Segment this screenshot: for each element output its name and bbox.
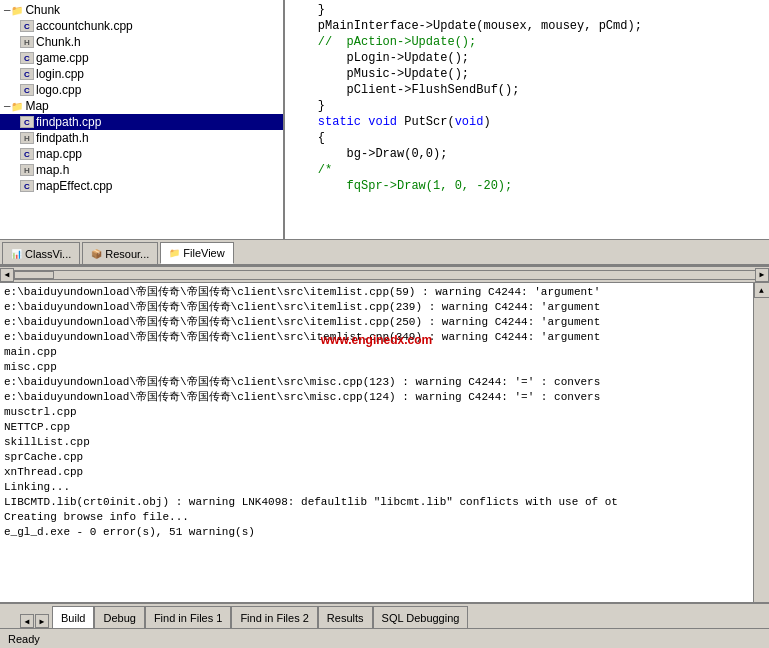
tabs-bar: 📊ClassVi...📦Resour...📁FileView (0, 240, 769, 266)
output-line: e:\baiduyundownload\帝国传奇\帝国传奇\client\src… (4, 390, 749, 405)
output-panel: e:\baiduyundownload\帝国传奇\帝国传奇\client\src… (0, 282, 753, 602)
tree-item-findpath-h[interactable]: H findpath.h (0, 130, 283, 146)
code-line: } (289, 2, 765, 18)
code-line: } (289, 98, 765, 114)
tab-ClassVi[interactable]: 📊ClassVi... (2, 242, 80, 264)
tree-item-map-cpp[interactable]: C map.cpp (0, 146, 283, 162)
hscroll-bar[interactable]: ◀ ▶ (0, 266, 769, 282)
output-line: skillList.cpp (4, 435, 749, 450)
bottom-tab-Debug[interactable]: Debug (94, 606, 144, 628)
tree-item-map-h[interactable]: H map.h (0, 162, 283, 178)
output-line: sprCache.cpp (4, 450, 749, 465)
tree-item-Chunk-h[interactable]: H Chunk.h (0, 34, 283, 50)
output-area: e:\baiduyundownload\帝国传奇\帝国传奇\client\src… (0, 282, 769, 628)
hscroll-left-btn[interactable]: ◀ (0, 268, 14, 282)
tab-Resour[interactable]: 📦Resour... (82, 242, 158, 264)
tab-nav-left[interactable]: ◀ (20, 614, 34, 628)
tree-item-Map[interactable]: ─ 📁 Map (0, 98, 283, 114)
output-line: xnThread.cpp (4, 465, 749, 480)
code-panel: } pMainInterface->Update(mousex, mousey,… (285, 0, 769, 239)
output-line: e:\baiduyundownload\帝国传奇\帝国传奇\client\src… (4, 330, 749, 345)
output-line: e:\baiduyundownload\帝国传奇\帝国传奇\client\src… (4, 300, 749, 315)
tab-FileView[interactable]: 📁FileView (160, 242, 233, 264)
output-line: misc.cpp (4, 360, 749, 375)
bottom-tab-Find-in-Files-2[interactable]: Find in Files 2 (231, 606, 317, 628)
output-line: e:\baiduyundownload\帝国传奇\帝国传奇\client\src… (4, 315, 749, 330)
output-line: Linking... (4, 480, 749, 495)
code-line: static void PutScr(void) (289, 114, 765, 130)
code-line: pClient->FlushSendBuf(); (289, 82, 765, 98)
status-text: Ready (8, 633, 40, 645)
tab-nav-arrows: ◀ ▶ (20, 614, 50, 628)
output-with-scroll: e:\baiduyundownload\帝国传奇\帝国传奇\client\src… (0, 282, 769, 628)
code-line: pMusic->Update(); (289, 66, 765, 82)
output-line: e:\baiduyundownload\帝国传奇\帝国传奇\client\src… (4, 285, 749, 300)
code-line: fqSpr->Draw(1, 0, -20); (289, 178, 765, 194)
main-content: ─ 📁 ChunkC accountchunk.cppH Chunk.hC ga… (0, 0, 769, 628)
code-line: bg->Draw(0,0); (289, 146, 765, 162)
output-line: LIBCMTD.lib(crt0init.obj) : warning LNK4… (4, 495, 749, 510)
bottom-tab-Results[interactable]: Results (318, 606, 373, 628)
hscroll-thumb[interactable] (14, 271, 54, 279)
output-line: NETTCP.cpp (4, 420, 749, 435)
vscroll-up-btn[interactable]: ▲ (754, 282, 770, 298)
output-line: main.cpp (4, 345, 749, 360)
output-line: e_gl_d.exe - 0 error(s), 51 warning(s) (4, 525, 749, 540)
status-bar: Ready (0, 628, 769, 648)
bottom-tab-SQL-Debugging[interactable]: SQL Debugging (373, 606, 469, 628)
file-tree-panel: ─ 📁 ChunkC accountchunk.cppH Chunk.hC ga… (0, 0, 285, 239)
tree-item-login-cpp[interactable]: C login.cpp (0, 66, 283, 82)
tree-item-findpath-cpp[interactable]: C findpath.cpp (0, 114, 283, 130)
bottom-tab-Build[interactable]: Build (52, 606, 94, 628)
tree-item-Chunk[interactable]: ─ 📁 Chunk (0, 2, 283, 18)
code-line: pMainInterface->Update(mousex, mousey, p… (289, 18, 765, 34)
output-line: e:\baiduyundownload\帝国传奇\帝国传奇\client\src… (4, 375, 749, 390)
bottom-tabs-bar: ◀ ▶ BuildDebugFind in Files 1Find in Fil… (0, 602, 769, 628)
hscroll-right-btn[interactable]: ▶ (755, 268, 769, 282)
bottom-tab-Find-in-Files-1[interactable]: Find in Files 1 (145, 606, 231, 628)
tree-item-accountchunk-cpp[interactable]: C accountchunk.cpp (0, 18, 283, 34)
tree-item-logo-cpp[interactable]: C logo.cpp (0, 82, 283, 98)
tab-nav-right[interactable]: ▶ (35, 614, 49, 628)
code-line: { (289, 130, 765, 146)
top-area: ─ 📁 ChunkC accountchunk.cppH Chunk.hC ga… (0, 0, 769, 240)
vertical-scrollbar[interactable]: ▲ ▼ (753, 282, 769, 628)
code-line: /* (289, 162, 765, 178)
code-line: // pAction->Update(); (289, 34, 765, 50)
tree-item-game-cpp[interactable]: C game.cpp (0, 50, 283, 66)
output-line: Creating browse info file... (4, 510, 749, 525)
output-line: musctrl.cpp (4, 405, 749, 420)
tree-item-mapEffect-cpp[interactable]: C mapEffect.cpp (0, 178, 283, 194)
code-line: pLogin->Update(); (289, 50, 765, 66)
